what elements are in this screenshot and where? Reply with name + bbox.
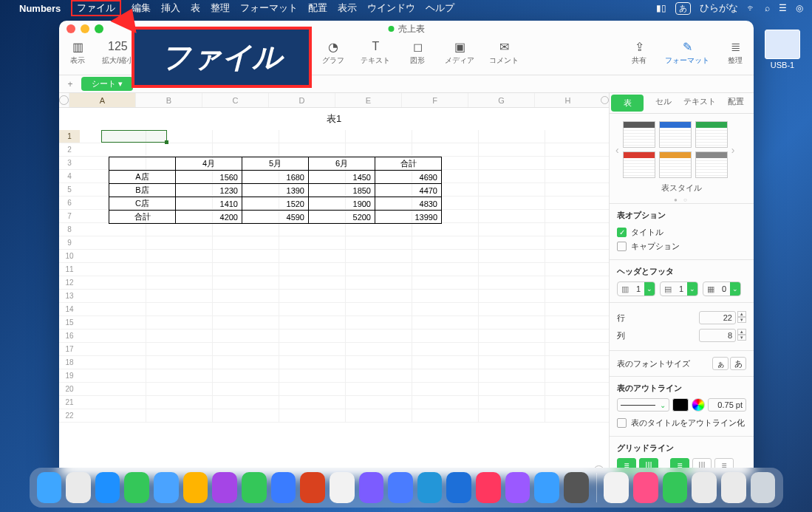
menu-table[interactable]: 表 (191, 1, 200, 15)
col-header-A[interactable]: A (69, 93, 135, 107)
spreadsheet-area[interactable]: A B C D E F G H 表1 123456789101112131415… (59, 93, 609, 477)
dock-app-icon[interactable] (534, 472, 559, 503)
cell[interactable] (80, 369, 146, 383)
cell[interactable] (80, 290, 146, 303)
cell[interactable] (146, 383, 213, 396)
cell[interactable] (346, 383, 412, 396)
row-header-9[interactable]: 9 (59, 236, 80, 250)
cell[interactable] (412, 236, 479, 250)
table-style-thumb[interactable] (695, 151, 728, 178)
cell[interactable] (479, 210, 545, 223)
menu-format[interactable]: フォーマット (240, 1, 298, 15)
dock-app-icon[interactable] (37, 472, 62, 503)
cell[interactable] (279, 396, 346, 409)
cell[interactable] (346, 290, 412, 303)
row-header-18[interactable]: 18 (59, 356, 80, 369)
header-rows-stepper[interactable]: ▤1⌄ (660, 281, 698, 296)
cell[interactable] (412, 223, 479, 236)
font-size-larger-button[interactable]: あ (730, 357, 746, 370)
toolbar-organize[interactable]: ≣整理 (723, 38, 748, 66)
row-header-3[interactable]: 3 (59, 157, 80, 170)
cell[interactable] (545, 157, 609, 170)
toolbar-zoom[interactable]: 125拡大/縮小 (102, 38, 134, 66)
cell[interactable] (346, 409, 412, 423)
menu-appname[interactable]: Numbers (19, 3, 61, 14)
outline-width-input[interactable]: 0.75 pt (708, 398, 746, 412)
dock-app-icon[interactable] (212, 472, 237, 503)
cell[interactable] (545, 303, 609, 316)
cell[interactable] (479, 250, 545, 263)
cell[interactable] (80, 236, 146, 250)
cell[interactable] (412, 130, 479, 143)
cell[interactable] (213, 223, 279, 236)
menu-help[interactable]: ヘルプ (426, 1, 454, 15)
dock-app-icon[interactable] (154, 472, 179, 503)
row-header-14[interactable]: 14 (59, 303, 80, 316)
cell[interactable] (146, 330, 213, 343)
row-header-15[interactable]: 15 (59, 316, 80, 330)
cell[interactable] (479, 170, 545, 183)
cell[interactable] (479, 276, 545, 290)
cell[interactable] (213, 316, 279, 330)
cell[interactable] (346, 130, 412, 143)
cell[interactable] (279, 303, 346, 316)
cell[interactable] (545, 396, 609, 409)
cell[interactable] (80, 343, 146, 356)
cell[interactable] (146, 396, 213, 409)
cell[interactable] (545, 236, 609, 250)
cell[interactable] (545, 316, 609, 330)
window-traffic-lights[interactable] (59, 21, 111, 38)
rows-input[interactable]: 22 (699, 311, 736, 324)
toolbar-media[interactable]: ▣メディア (445, 38, 474, 66)
row-header-5[interactable]: 5 (59, 183, 80, 197)
row-header-2[interactable]: 2 (59, 143, 80, 157)
select-all-corner[interactable] (59, 93, 69, 107)
cell[interactable] (412, 290, 479, 303)
cell[interactable] (80, 316, 146, 330)
cell[interactable] (279, 290, 346, 303)
cell[interactable] (80, 223, 146, 236)
cell[interactable] (346, 369, 412, 383)
cell[interactable] (213, 236, 279, 250)
ime-indicator[interactable]: あ (675, 2, 691, 15)
cell[interactable] (146, 409, 213, 423)
cell[interactable] (146, 263, 213, 276)
cell[interactable] (279, 330, 346, 343)
cell[interactable] (346, 356, 412, 369)
table-style-thumb[interactable] (623, 151, 655, 178)
cell[interactable] (80, 143, 146, 157)
cell[interactable] (412, 330, 479, 343)
dock-app-icon[interactable] (330, 472, 355, 503)
cell[interactable] (412, 250, 479, 263)
cell[interactable] (146, 143, 213, 157)
cell[interactable] (146, 130, 213, 143)
cell[interactable] (80, 276, 146, 290)
cell[interactable] (80, 303, 146, 316)
styles-next[interactable]: › (731, 144, 735, 156)
row-header-13[interactable]: 13 (59, 290, 80, 303)
cell[interactable] (213, 330, 279, 343)
menu-view[interactable]: 表示 (338, 1, 357, 15)
window-zoom-button[interactable] (95, 24, 103, 33)
cell[interactable] (479, 409, 545, 423)
cell[interactable] (279, 143, 346, 157)
cell[interactable] (213, 250, 279, 263)
cell[interactable] (213, 276, 279, 290)
cell[interactable] (545, 130, 609, 143)
cell[interactable] (545, 223, 609, 236)
col-header-B[interactable]: B (135, 93, 202, 107)
cell[interactable] (279, 236, 346, 250)
cell[interactable] (412, 263, 479, 276)
cell[interactable] (412, 409, 479, 423)
inspector-tab-text[interactable]: テキスト (681, 93, 717, 113)
cell[interactable] (146, 343, 213, 356)
menu-insert[interactable]: 挿入 (161, 1, 180, 15)
row-header-1[interactable]: 1 (59, 130, 80, 143)
cell[interactable] (479, 223, 545, 236)
row-header-11[interactable]: 11 (59, 263, 80, 276)
row-header-8[interactable]: 8 (59, 223, 80, 236)
color-picker-icon[interactable] (692, 398, 705, 412)
toolbar-format[interactable]: ✎フォーマット (665, 38, 709, 66)
cell[interactable] (346, 303, 412, 316)
table-style-thumb[interactable] (659, 151, 692, 178)
